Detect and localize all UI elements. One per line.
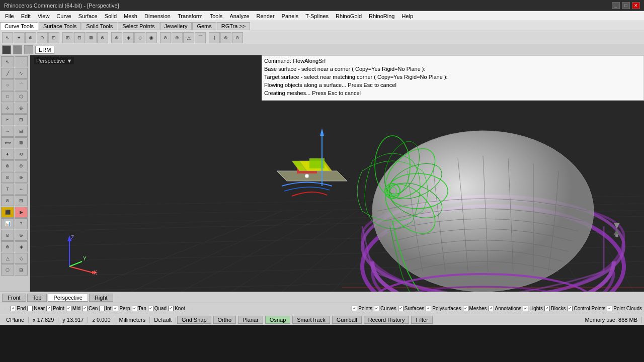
menu-item-help[interactable]: Help xyxy=(398,13,416,20)
minimize-button[interactable]: _ xyxy=(612,2,620,9)
lt-group[interactable]: ⊙ xyxy=(1,172,14,183)
tb-icon-12[interactable]: ◇ xyxy=(134,32,145,43)
status-ortho[interactable]: Ortho xyxy=(213,316,236,324)
filter-pc-cb[interactable]: ✓ xyxy=(607,306,612,311)
lt-offset[interactable]: ⊞ xyxy=(15,126,28,137)
menu-item-file[interactable]: File xyxy=(2,13,17,20)
osnap-perp-cb[interactable]: ✓ xyxy=(113,306,118,311)
tb-icon-1[interactable]: ↖ xyxy=(2,32,13,43)
menu-item-analyze[interactable]: Analyze xyxy=(226,13,252,20)
filter-meshes-cb[interactable]: ✓ xyxy=(463,306,468,311)
tb-icon-18[interactable]: ∫ xyxy=(209,32,220,43)
filter-blocks-label[interactable]: Blocks xyxy=(551,306,566,311)
osnap-knot-cb[interactable]: ✓ xyxy=(168,306,174,311)
tab-perspective[interactable]: Perspective xyxy=(48,294,88,302)
tb-icon-7[interactable]: ⊟ xyxy=(74,32,85,43)
osnap-cen-cb[interactable]: ✓ xyxy=(82,306,88,311)
filter-curves-label[interactable]: Curves xyxy=(380,306,396,311)
layer-icon-2[interactable] xyxy=(13,45,22,54)
status-planar[interactable]: Planar xyxy=(238,316,263,324)
tb-icon-3[interactable]: ⊕ xyxy=(25,32,36,43)
osnap-quad-label[interactable]: Quad xyxy=(154,306,167,311)
filter-lights-label[interactable]: Lights xyxy=(529,306,543,311)
status-record-history[interactable]: Record History xyxy=(364,316,410,324)
lt-scale[interactable]: ⊗ xyxy=(1,160,14,171)
lt-copy[interactable]: ⊛ xyxy=(15,160,28,171)
tb-icon-17[interactable]: ⌒ xyxy=(195,32,206,43)
lt-curve[interactable]: ∿ xyxy=(15,68,28,79)
filter-surfaces-cb[interactable]: ✓ xyxy=(398,306,404,311)
filter-meshes-label[interactable]: Meshes xyxy=(469,306,487,311)
menu-item-view[interactable]: View xyxy=(35,13,53,20)
lt-rotate[interactable]: ⟲ xyxy=(15,149,28,160)
close-button[interactable]: ✕ xyxy=(632,2,640,9)
menu-item-tools[interactable]: Tools xyxy=(207,13,226,20)
toolbar-tab-curve-tools[interactable]: Curve Tools xyxy=(0,22,38,30)
osnap-int-cb[interactable] xyxy=(99,306,105,311)
filter-lights-cb[interactable]: ✓ xyxy=(523,306,528,311)
toolbar-tab-solid-tools[interactable]: Solid Tools xyxy=(82,22,117,30)
layer-icon-1[interactable] xyxy=(2,45,11,54)
filter-curves-cb[interactable]: ✓ xyxy=(374,306,379,311)
lt-extra4[interactable]: ◈ xyxy=(15,241,28,252)
tb-icon-5[interactable]: ⊡ xyxy=(48,32,59,43)
osnap-more-arrow[interactable]: » xyxy=(189,306,196,311)
filter-polysurfaces-label[interactable]: Polysurfaces xyxy=(432,306,461,311)
menu-item-rhinoring[interactable]: RhinoRing xyxy=(366,13,397,20)
maximize-button[interactable]: □ xyxy=(622,2,630,9)
menu-item-transform[interactable]: Transform xyxy=(175,13,206,20)
filter-annotations-label[interactable]: Annotations xyxy=(495,306,522,311)
osnap-near-cb[interactable] xyxy=(27,306,33,311)
lt-help[interactable]: ? xyxy=(15,218,28,229)
menu-item-curve[interactable]: Curve xyxy=(53,13,74,20)
lt-fillet[interactable]: ⊹ xyxy=(1,103,14,114)
layer-name[interactable]: ERM xyxy=(35,46,54,54)
lt-rect[interactable]: □ xyxy=(1,91,14,102)
menu-item-rhinogold[interactable]: RhinoGold xyxy=(333,13,365,20)
lt-extra8[interactable]: ⊞ xyxy=(15,264,28,276)
tb-icon-19[interactable]: ⊜ xyxy=(220,32,231,43)
toolbar-tab-surface-tools[interactable]: Surface Tools xyxy=(39,22,81,30)
tab-front[interactable]: Front xyxy=(2,294,26,302)
filter-cp-label[interactable]: Control Points xyxy=(574,306,605,311)
lt-circle[interactable]: ○ xyxy=(1,79,14,90)
menu-item-render[interactable]: Render xyxy=(254,13,278,20)
filter-annotations-cb[interactable]: ✓ xyxy=(489,306,494,311)
status-grid-snap[interactable]: Grid Snap xyxy=(177,316,211,324)
menu-item-dimension[interactable]: Dimension xyxy=(141,13,174,20)
tb-icon-13[interactable]: ◉ xyxy=(146,32,157,43)
layer-icon-3[interactable] xyxy=(24,45,33,54)
menu-item-t-splines[interactable]: T-Splines xyxy=(302,13,332,20)
toolbar-tab-select-points[interactable]: Select Points xyxy=(118,22,159,30)
tab-right[interactable]: Right xyxy=(89,294,113,302)
tb-icon-9[interactable]: ⊗ xyxy=(97,32,108,43)
status-osnap[interactable]: Osnap xyxy=(265,316,290,324)
filter-blocks-cb[interactable]: ✓ xyxy=(544,306,550,311)
lt-render[interactable]: ▶ xyxy=(15,207,28,218)
lt-point[interactable]: · xyxy=(15,56,28,67)
osnap-quad-cb[interactable]: ✓ xyxy=(148,306,153,311)
lt-extra6[interactable]: ◇ xyxy=(15,253,28,264)
osnap-end-label[interactable]: End xyxy=(17,306,26,311)
tb-icon-6[interactable]: ⊞ xyxy=(62,32,73,43)
lt-extend[interactable]: → xyxy=(1,126,14,137)
filter-polysurfaces-cb[interactable]: ✓ xyxy=(426,306,431,311)
lt-array[interactable]: ⊠ xyxy=(15,137,28,148)
osnap-expand-arrow[interactable]: » xyxy=(2,306,9,311)
lt-select[interactable]: ↖ xyxy=(1,56,14,67)
tb-icon-10[interactable]: ⊛ xyxy=(111,32,122,43)
lt-polygon[interactable]: ⬡ xyxy=(15,91,28,102)
menu-item-edit[interactable]: Edit xyxy=(18,13,34,20)
filter-pc-label[interactable]: Point Clouds xyxy=(613,306,642,311)
lt-snap[interactable]: ⊘ xyxy=(1,195,14,206)
lt-extra3[interactable]: ⊛ xyxy=(1,241,14,252)
filter-surfaces-label[interactable]: Surfaces xyxy=(405,306,424,311)
tb-icon-2[interactable]: ✦ xyxy=(14,32,25,43)
filter-cp-cb[interactable]: ✓ xyxy=(567,306,573,311)
lt-line[interactable]: ╱ xyxy=(1,68,14,79)
menu-item-panels[interactable]: Panels xyxy=(279,13,302,20)
lt-trim[interactable]: ✂ xyxy=(1,114,14,125)
osnap-end-cb[interactable]: ✓ xyxy=(11,306,16,311)
tb-icon-20[interactable]: ⊝ xyxy=(232,32,243,43)
tb-icon-16[interactable]: △ xyxy=(183,32,194,43)
